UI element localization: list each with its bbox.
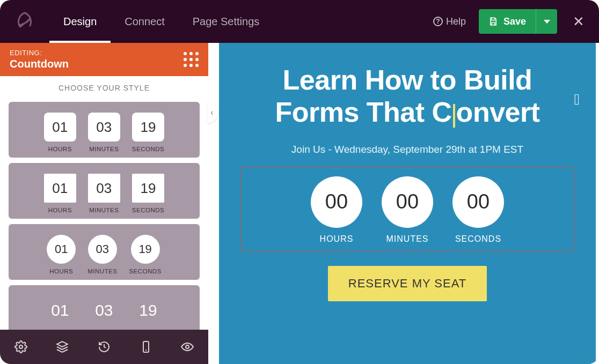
cd-hours-value: 00 [311,176,362,228]
logo-icon [10,6,40,36]
mobile-preview-icon[interactable] [136,337,156,356]
settings-icon[interactable] [11,337,31,356]
help-link[interactable]: ? Help [433,16,466,27]
top-nav: Design Connect Page Settings ? Help Save… [0,0,599,43]
tab-design[interactable]: Design [49,0,111,43]
page-canvas[interactable]: Learn How to Build Forms That Convert 𓅯 … [219,43,596,364]
close-icon: ✕ [573,13,585,30]
help-icon: ? [433,17,443,26]
tab-page-settings[interactable]: Page Settings [179,0,274,43]
editing-label: EDITING: [10,49,69,57]
style-option-plain[interactable]: 01HOURS 03MINUTES 19SECONDS [9,285,200,330]
editing-item: Countdown [10,58,69,70]
cd-seconds-value: 00 [452,176,504,228]
svg-point-4 [186,345,189,348]
bottom-toolbar [0,330,208,364]
close-button[interactable]: ✕ [568,11,589,32]
save-button[interactable]: Save [479,9,536,34]
subheadline[interactable]: Join Us - Wednesday, September 29th at 1… [240,144,574,155]
style-option-square[interactable]: 01HOURS 03MINUTES 19SECONDS [9,163,200,219]
style-option-rounded[interactable]: 01HOURS 03MINUTES 19SECONDS [9,102,200,158]
save-icon [488,17,498,26]
countdown-block[interactable]: 00HOURS 00MINUTES 00SECONDS [240,167,574,252]
svg-point-0 [19,345,23,348]
svg-marker-1 [57,341,68,347]
caret-down-icon [544,20,550,24]
text-cursor [453,104,455,128]
bird-icon: 𓅯 [574,91,580,108]
panel-body: CHOOSE YOUR STYLE 01HOURS 03MINUTES 19SE… [0,76,208,330]
history-icon[interactable] [94,337,114,356]
left-panel: EDITING: Countdown CHOOSE YOUR STYLE 01H… [0,43,208,330]
panel-header: EDITING: Countdown [0,43,208,76]
cd-minutes-value: 00 [382,176,433,228]
save-dropdown[interactable] [536,9,557,34]
tab-connect[interactable]: Connect [111,0,179,43]
drag-handle-icon[interactable] [184,52,199,67]
style-option-circle[interactable]: 01HOURS 03MINUTES 19SECONDS [9,224,200,280]
preview-icon[interactable] [178,337,197,356]
choose-style-label: CHOOSE YOUR STYLE [0,76,208,96]
layers-icon[interactable] [53,337,72,356]
headline[interactable]: Learn How to Build Forms That Convert [240,64,574,129]
cta-button[interactable]: RESERVE MY SEAT [328,266,487,301]
canvas-area: Learn How to Build Forms That Convert 𓅯 … [208,43,599,364]
